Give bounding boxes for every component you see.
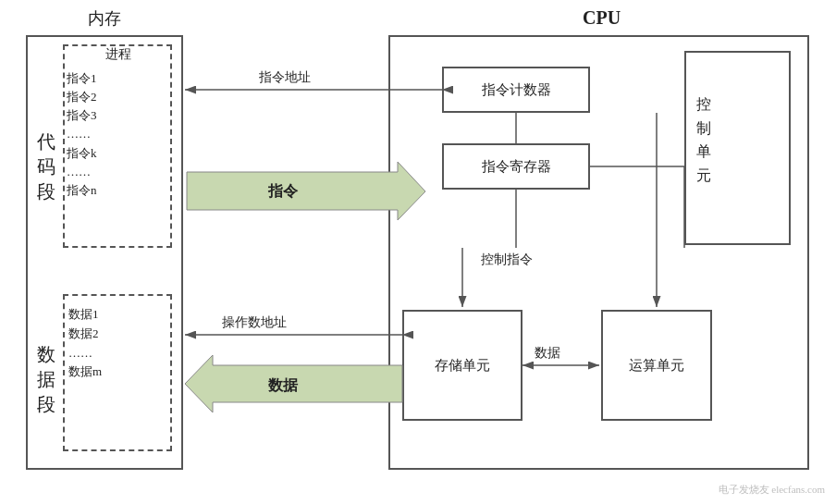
list-item: …… [67,125,97,143]
list-item: …… [68,344,102,363]
op-addr-label: 操作数地址 [222,314,287,331]
code-segment-label: 代 码 段 [28,129,65,204]
list-item: 指令1 [67,69,97,88]
list-item: 指令n [67,181,97,200]
watermark: 电子发烧友 elecfans.com [719,483,825,497]
control-unit-label: 控 制 单 元 [696,92,711,187]
list-item: 指令k [67,144,97,163]
data2-label: 数据 [535,345,560,362]
alu-box: 运算单元 [601,310,712,421]
diagram-container: 内存 CPU 代 码 段 数 据 段 进程 指令1 指令2 指令3 …… 指令k… [0,0,836,504]
storage-unit-box: 存储单元 [402,310,522,421]
instructions-list: 指令1 指令2 指令3 …… 指令k …… 指令n [67,69,97,200]
memory-label: 内存 [88,7,121,30]
ctrl-instr-label: 控制指令 [481,252,533,268]
list-item: 数据m [68,363,102,382]
list-item: 指令2 [67,88,97,106]
list-item: …… [67,163,97,181]
instr-label: 指令 [268,182,298,202]
list-item: 数据2 [68,325,102,344]
instr-counter-box: 指令计数器 [442,67,590,113]
data-list: 数据1 数据2 …… 数据m [68,305,102,382]
data-segment-label: 数 据 段 [28,342,65,417]
cpu-label: CPU [583,7,621,29]
instr-addr-label: 指令地址 [259,69,311,86]
instr-register-box: 指令寄存器 [442,143,590,190]
process-label: 进程 [91,46,146,63]
data-label: 数据 [268,376,298,396]
list-item: 指令3 [67,106,97,125]
list-item: 数据1 [68,305,102,325]
